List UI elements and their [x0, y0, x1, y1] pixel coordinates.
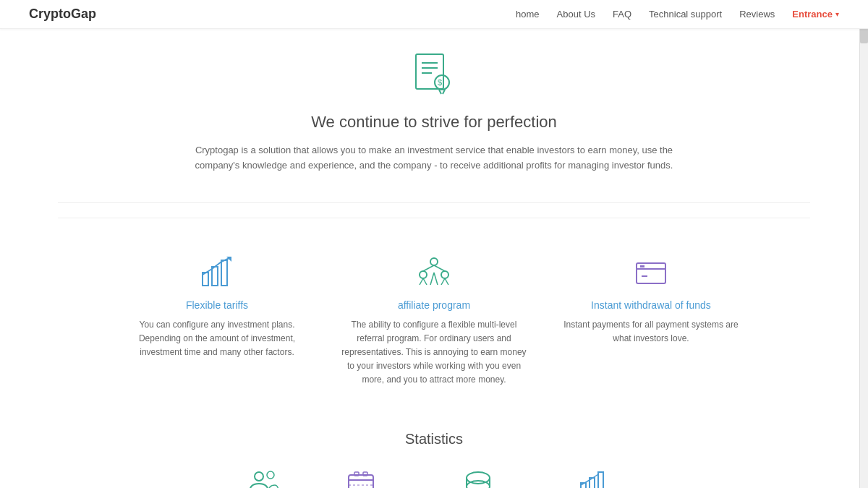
scrollbar[interactable]	[859, 0, 868, 488]
svg-rect-9	[212, 267, 218, 286]
svg-line-15	[423, 265, 434, 271]
payments-icon	[460, 465, 496, 488]
logo: CryptoGap	[29, 7, 96, 22]
instant-withdrawal-icon	[633, 254, 669, 291]
nav-entrance-label[interactable]: Entrance	[792, 9, 833, 20]
online-days-icon	[575, 465, 611, 488]
instant-withdrawal-desc: Instant payments for all payment systems…	[557, 318, 745, 346]
affiliate-program-title: affiliate program	[340, 299, 528, 311]
hero-title: We continue to strive for perfection	[14, 113, 854, 132]
svg-point-21	[255, 472, 263, 481]
svg-rect-20	[640, 265, 644, 267]
hero-description: Cryptogap is a solution that allows you …	[181, 143, 687, 174]
statistics-section: Statistics 23 Users	[0, 409, 868, 488]
hero-icon: $	[409, 51, 459, 101]
svg-point-13	[420, 271, 427, 278]
svg-point-22	[267, 471, 274, 479]
divider-2	[58, 218, 810, 218]
svg-rect-37	[598, 472, 603, 488]
statistics-title: Statistics	[14, 431, 854, 448]
users-icon	[246, 465, 282, 488]
main-content: $ We continue to strive for perfection C…	[0, 29, 868, 488]
svg-point-14	[441, 271, 448, 278]
svg-line-16	[434, 265, 445, 271]
feature-affiliate-program: affiliate program The ability to configu…	[326, 247, 542, 395]
header: CryptoGap home About Us FAQ Technical su…	[0, 0, 868, 29]
affiliate-program-icon	[416, 254, 452, 291]
nav-technical-support[interactable]: Technical support	[649, 9, 722, 20]
svg-rect-10	[221, 260, 227, 286]
nav-about[interactable]: About Us	[557, 9, 595, 20]
stats-grid: 23 Users $ 463.00 $ Filled	[14, 465, 854, 488]
divider-1	[58, 202, 810, 203]
svg-text:$: $	[438, 78, 442, 87]
svg-point-32	[467, 481, 490, 488]
flexible-tariffs-title: Flexible tariffs	[123, 299, 311, 311]
stat-filled: $ 463.00 $ Filled	[328, 465, 394, 488]
instant-withdrawal-title: Instant withdrawal of funds	[557, 299, 745, 311]
svg-point-12	[430, 258, 438, 265]
chevron-down-icon: ▾	[835, 10, 839, 18]
nav: home About Us FAQ Technical support Revi…	[516, 9, 839, 20]
features-section: Flexible tariffs You can configure any i…	[0, 233, 868, 409]
affiliate-program-desc: The ability to configure a flexible mult…	[340, 318, 528, 388]
hero-section: $ We continue to strive for perfection C…	[0, 29, 868, 188]
nav-entrance[interactable]: Entrance ▾	[792, 9, 839, 20]
flexible-tariffs-icon	[199, 254, 235, 291]
nav-home[interactable]: home	[516, 9, 540, 20]
nav-reviews[interactable]: Reviews	[739, 9, 775, 20]
feature-flexible-tariffs: Flexible tariffs You can configure any i…	[109, 247, 326, 395]
flexible-tariffs-desc: You can configure any investment plans. …	[123, 318, 311, 360]
svg-rect-23	[349, 475, 373, 488]
stat-users: 23 Users	[244, 465, 284, 488]
nav-faq[interactable]: FAQ	[613, 9, 631, 20]
stat-payments: 78.69 $ Payments	[438, 465, 519, 488]
svg-rect-26	[354, 472, 359, 476]
filled-icon: $	[343, 465, 379, 488]
svg-rect-27	[363, 472, 367, 476]
stat-online-days: 2 Online days	[563, 465, 625, 488]
feature-instant-withdrawal: Instant withdrawal of funds Instant paym…	[542, 247, 760, 395]
